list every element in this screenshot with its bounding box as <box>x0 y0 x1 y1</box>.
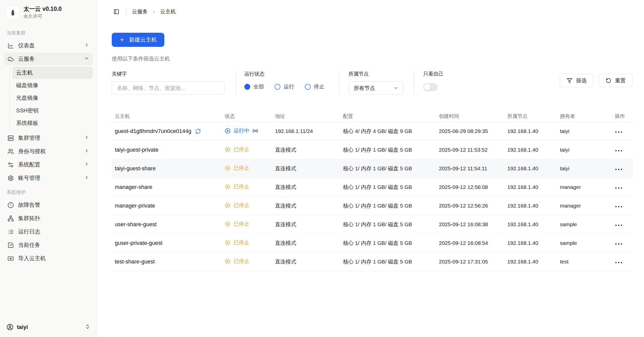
radio-status-all[interactable]: 全部 <box>244 83 264 90</box>
sidebar-item-dashboard[interactable]: 仪表盘 <box>4 39 93 52</box>
host-address: 直连模式 <box>272 146 340 153</box>
topbar: 云服务 云主机 <box>97 0 644 23</box>
row-actions-button[interactable] <box>615 205 623 209</box>
sidebar-item-fault-alarm[interactable]: 故障告警 <box>4 199 93 211</box>
row-actions-button[interactable] <box>615 242 623 246</box>
sidebar-item-current-tasks[interactable]: 当前任务 <box>4 239 93 251</box>
panel-left-icon <box>113 9 119 15</box>
check-square-icon <box>8 242 14 248</box>
toggle-knob <box>424 84 431 90</box>
sidebar-item-label: 故障告警 <box>18 201 40 209</box>
breadcrumb-page[interactable]: 云主机 <box>160 8 176 15</box>
col-header-owner: 拥有者 <box>557 113 612 120</box>
status-badge: 已停止 <box>225 258 249 265</box>
sidebar-item-identity[interactable]: 身份与授权 <box>4 145 93 158</box>
host-address: 直连模式 <box>272 184 340 191</box>
table-header: 云主机 状态 地址 配置 创建时间 所属节点 拥有者 操作 <box>112 111 633 122</box>
status-badge: 已停止 <box>225 146 249 153</box>
col-header-address: 地址 <box>272 113 340 120</box>
host-owner: manager <box>557 203 612 209</box>
host-name: user-share-guest <box>112 221 222 228</box>
host-owner: taiyi <box>557 147 612 153</box>
sliders-icon <box>8 162 14 168</box>
host-config: 核心 1/ 内存 1 GB/ 磁盘 5 GB <box>340 258 436 265</box>
filter-button[interactable]: 筛选 <box>560 74 594 87</box>
host-created: 2025-09-12 17:31:05 <box>436 259 504 265</box>
host-node: 192.168.1.40 <box>504 165 557 172</box>
host-owner: sample <box>557 240 612 246</box>
sidebar-item-label: 运行日志 <box>18 228 40 235</box>
status-text: 已停止 <box>234 239 249 246</box>
sidebar-item-system-config[interactable]: 系统配置 <box>4 158 93 171</box>
sidebar-item-import-host[interactable]: 导入云主机 <box>4 252 93 265</box>
sidebar-toggle-button[interactable] <box>112 7 121 16</box>
sidebar-item-hosts[interactable]: 云主机 <box>12 67 93 79</box>
alert-circle-icon <box>8 202 14 208</box>
broadcast-icon[interactable] <box>252 128 258 134</box>
row-actions-button[interactable] <box>615 149 623 153</box>
chevron-right-icon <box>84 175 89 182</box>
sidebar-item-system-templates[interactable]: 系统模板 <box>12 117 93 129</box>
play-circle-icon <box>225 128 231 134</box>
host-address: 直连模式 <box>272 258 340 265</box>
row-actions-button[interactable] <box>615 186 623 190</box>
radio-status-stopped[interactable]: 停止 <box>305 83 324 90</box>
host-name: guser-private-guest <box>112 240 222 246</box>
radio-dot <box>244 84 250 90</box>
host-created: 2025-09-12 12:56:08 <box>436 184 504 190</box>
sidebar-item-cloud-service[interactable]: 云服务 <box>4 53 93 65</box>
section-maintenance: 系统维护 <box>4 189 93 196</box>
host-owner: taiyi <box>557 128 612 134</box>
rotate-ccw-icon <box>606 78 611 83</box>
host-node: 192.168.1.40 <box>504 221 557 227</box>
host-name: manager-private <box>112 203 222 209</box>
row-actions-button[interactable] <box>615 167 623 172</box>
host-node: 192.168.1.40 <box>504 259 557 265</box>
sync-icon[interactable] <box>195 128 201 134</box>
sidebar-item-run-logs[interactable]: 运行日志 <box>4 225 93 238</box>
sidebar-item-disk-images[interactable]: 磁盘镜像 <box>12 79 93 91</box>
row-actions-button[interactable] <box>615 223 623 227</box>
host-address: 直连模式 <box>272 202 340 209</box>
row-actions-button[interactable] <box>615 130 623 134</box>
host-created: 2025-09-12 12:56:26 <box>436 203 504 209</box>
own-only-toggle[interactable] <box>423 83 438 91</box>
keyword-input[interactable] <box>112 81 225 95</box>
sidebar-item-topology[interactable]: 集群拓扑 <box>4 212 93 225</box>
sidebar-item-label: 系统模板 <box>16 119 38 127</box>
user-menu[interactable]: taiyi <box>4 322 93 332</box>
sidebar-item-cluster-mgmt[interactable]: 集群管理 <box>4 132 93 144</box>
host-created: 2025-09-12 11:53:52 <box>436 147 504 153</box>
sidebar-item-label: 集群拓扑 <box>18 215 40 222</box>
sidebar-item-label: 导入云主机 <box>18 255 46 262</box>
radio-status-running[interactable]: 运行 <box>275 83 294 90</box>
row-actions-button[interactable] <box>615 260 623 265</box>
sidebar-item-account-mgmt[interactable]: 账号管理 <box>4 172 93 184</box>
breadcrumb-section[interactable]: 云服务 <box>132 8 148 15</box>
sidebar-item-label: 系统配置 <box>18 161 40 168</box>
status-badge: 已停止 <box>225 239 249 246</box>
status-badge: 已停止 <box>225 164 249 172</box>
host-node: 192.168.1.40 <box>504 128 557 134</box>
create-host-button[interactable]: 新建云主机 <box>112 33 164 47</box>
reset-button[interactable]: 重置 <box>599 74 633 87</box>
app-title: 太一云 v0.10.0 <box>23 6 62 12</box>
node-select[interactable]: 所有节点 <box>349 81 403 95</box>
host-config: 核心 1/ 内存 1 GB/ 磁盘 5 GB <box>340 221 436 228</box>
host-node: 192.168.1.40 <box>504 147 557 153</box>
stop-circle-icon <box>225 203 231 208</box>
host-created: 2025-09-12 16:08:54 <box>436 240 504 246</box>
filter-button-label: 筛选 <box>576 77 587 84</box>
sidebar-item-label: 当前任务 <box>18 241 40 249</box>
host-address: 直连模式 <box>272 221 340 228</box>
sidebar-item-iso-images[interactable]: 光盘镜像 <box>12 92 93 104</box>
host-config: 核心 1/ 内存 1 GB/ 磁盘 5 GB <box>340 184 436 191</box>
chevron-right-icon <box>84 161 89 168</box>
host-created: 2025-06-29 08:29:35 <box>436 128 504 134</box>
sidebar-item-ssh-keys[interactable]: SSH密钥 <box>12 105 93 117</box>
status-badge: 运行中 <box>225 127 258 134</box>
radio-label: 运行 <box>284 83 294 90</box>
chevron-right-icon <box>151 9 156 14</box>
breadcrumb: 云服务 云主机 <box>132 8 176 15</box>
table-row: manager-private 已停止 直连模式 核心 1/ 内存 1 GB/ … <box>112 196 633 215</box>
